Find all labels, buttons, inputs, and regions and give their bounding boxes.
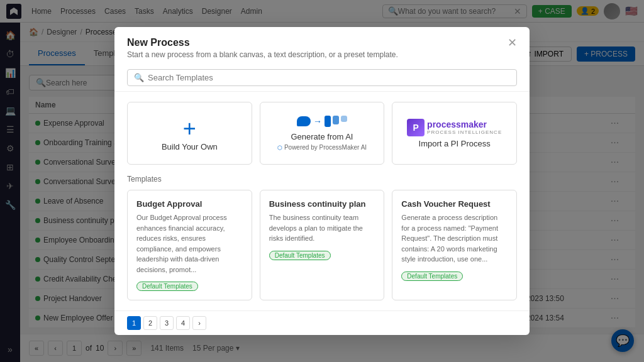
modal-footer-pagination: 1 2 3 4 ›	[114, 310, 530, 335]
modal-overlay[interactable]: New Process Start a new process from a b…	[0, 0, 644, 362]
modal-title: New Process	[127, 37, 398, 48]
budget-approval-card[interactable]: Budget Approval Our Budget Approval proc…	[127, 190, 252, 300]
template-search-icon: 🔍	[134, 73, 144, 82]
bcp-card-title: Business continuity plan	[269, 199, 375, 209]
modal-subtitle: Start a new process from a blank canvas,…	[127, 50, 398, 59]
template-search-field[interactable]	[148, 73, 510, 82]
arrow-right-icon: →	[313, 116, 322, 126]
new-process-modal: New Process Start a new process from a b…	[114, 27, 530, 335]
template-type-cards: + Build Your Own → Generate from AI	[127, 102, 517, 165]
build-plus-icon: +	[183, 116, 196, 142]
ai-visual: →	[297, 116, 347, 127]
templates-section-label: Templates	[127, 175, 517, 184]
template-search-input[interactable]: 🔍	[127, 69, 517, 86]
modal-header: New Process Start a new process from a b…	[114, 27, 530, 64]
bcp-card-desc: The business continuity team develops a …	[269, 212, 375, 244]
cash-default-badge: Default Templates	[401, 272, 463, 281]
ai-output-bubbles	[325, 116, 347, 127]
powered-by-label: ⬡ Powered by ProcessMaker AI	[277, 144, 367, 151]
modal-page-3-btn[interactable]: 3	[160, 316, 174, 330]
bcp-default-badge: Default Templates	[269, 251, 331, 260]
build-card-label: Build Your Own	[162, 142, 218, 151]
generate-ai-card[interactable]: → Generate from AI ⬡ Powered by ProcessM…	[260, 102, 385, 165]
import-pi-card[interactable]: P processmaker PROCESS INTELLIGENCE Impo…	[392, 102, 517, 165]
modal-search-area: 🔍	[114, 64, 530, 92]
cash-card-desc: Generate a process description for a pro…	[401, 212, 508, 265]
budget-card-title: Budget Approval	[136, 199, 243, 209]
business-continuity-card[interactable]: Business continuity plan The business co…	[260, 190, 385, 300]
pi-card-label: Import a PI Process	[419, 139, 491, 148]
modal-body: + Build Your Own → Generate from AI	[114, 92, 530, 310]
build-your-own-card[interactable]: + Build Your Own	[127, 102, 252, 165]
modal-close-button[interactable]: ✕	[508, 37, 517, 48]
budget-card-desc: Our Budget Approval process enhances fin…	[136, 212, 243, 275]
cash-card-title: Cash Voucher Request	[401, 199, 508, 209]
modal-page-1-btn[interactable]: 1	[127, 316, 141, 330]
modal-page-2-btn[interactable]: 2	[143, 316, 157, 330]
pi-logo: P processmaker PROCESS INTELLIGENCE	[407, 119, 502, 139]
pm-logo-sub: PROCESS INTELLIGENCE	[427, 129, 502, 135]
chat-bubble-left-icon	[297, 116, 311, 126]
process-template-cards: Budget Approval Our Budget Approval proc…	[127, 190, 517, 300]
ai-card-label: Generate from AI	[291, 132, 353, 141]
modal-page-4-btn[interactable]: 4	[176, 316, 190, 330]
budget-default-badge: Default Templates	[136, 282, 198, 291]
cash-voucher-card[interactable]: Cash Voucher Request Generate a process …	[392, 190, 517, 300]
pi-logo-box: P	[407, 119, 425, 136]
modal-page-next-btn[interactable]: ›	[192, 316, 206, 330]
pm-logo-text: processmaker	[427, 119, 502, 129]
